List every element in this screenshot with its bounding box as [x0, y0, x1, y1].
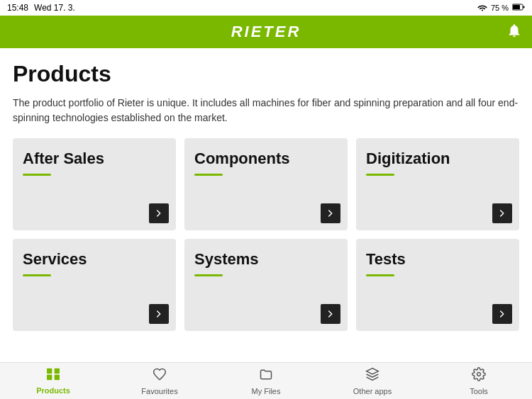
nav-item-other-apps[interactable]: Other apps [319, 367, 426, 395]
tools-icon [472, 367, 486, 385]
product-card-tests[interactable]: Tests [356, 239, 519, 331]
product-arrow-services[interactable] [149, 304, 169, 324]
svg-rect-5 [47, 374, 52, 379]
product-underline-components [194, 174, 223, 176]
product-underline-systems [194, 274, 223, 276]
products-grid: After Sales Components Digitization Serv… [13, 138, 519, 331]
product-underline-services [23, 274, 51, 276]
product-title-services: Services [23, 250, 166, 269]
product-arrow-systems[interactable] [321, 304, 340, 324]
nav-item-favorites[interactable]: Favourites [106, 367, 213, 395]
svg-rect-2 [523, 6, 525, 9]
product-title-systems: Systems [194, 250, 338, 269]
svg-rect-4 [55, 368, 60, 373]
svg-rect-1 [513, 5, 520, 9]
page-title: Products [13, 61, 519, 87]
svg-rect-3 [47, 368, 52, 373]
other-apps-icon [365, 367, 379, 385]
product-underline-after-sales [23, 174, 51, 176]
status-date: Wed 17. 3. [34, 3, 75, 13]
product-card-after-sales[interactable]: After Sales [13, 138, 176, 230]
battery-level: 75 % [491, 4, 509, 12]
product-card-digitization[interactable]: Digitization [356, 138, 519, 230]
header: RIETER [0, 16, 532, 48]
brand-logo: RIETER [231, 23, 301, 41]
product-title-tests: Tests [366, 250, 509, 269]
product-title-components: Components [194, 150, 338, 168]
status-time: 15:48 [7, 3, 28, 13]
product-card-services[interactable]: Services [13, 239, 176, 331]
svg-rect-6 [55, 374, 60, 379]
product-arrow-after-sales[interactable] [149, 203, 169, 223]
my-files-icon [259, 367, 273, 385]
nav-label-tools: Tools [470, 387, 488, 395]
product-card-components[interactable]: Components [184, 138, 348, 230]
nav-label-my-files: My Files [252, 387, 281, 395]
nav-label-products: Products [36, 386, 70, 395]
wifi-icon [477, 3, 487, 13]
nav-item-products[interactable]: Products [0, 368, 106, 395]
product-arrow-tests[interactable] [492, 304, 512, 324]
product-arrow-components[interactable] [321, 203, 340, 223]
nav-label-other-apps: Other apps [353, 387, 392, 395]
product-title-digitization: Digitization [366, 150, 509, 168]
favorites-icon [153, 367, 167, 385]
nav-item-tools[interactable]: Tools [426, 367, 532, 395]
page-description: The product portfolio of Rieter is uniqu… [13, 96, 519, 125]
notification-bell[interactable] [506, 23, 522, 42]
svg-point-7 [477, 372, 481, 376]
main-content: Products The product portfolio of Rieter… [0, 48, 532, 331]
status-bar: 15:48 Wed 17. 3. 75 % [0, 0, 532, 16]
product-underline-tests [366, 274, 394, 276]
nav-item-my-files[interactable]: My Files [213, 367, 319, 395]
nav-label-favorites: Favourites [141, 387, 177, 395]
product-title-after-sales: After Sales [23, 150, 166, 168]
product-card-systems[interactable]: Systems [184, 239, 348, 331]
product-arrow-digitization[interactable] [492, 203, 512, 223]
bottom-nav: Products Favourites My Files Other apps [0, 362, 532, 399]
battery-icon [512, 4, 525, 12]
product-underline-digitization [366, 174, 394, 176]
products-icon [46, 368, 60, 384]
